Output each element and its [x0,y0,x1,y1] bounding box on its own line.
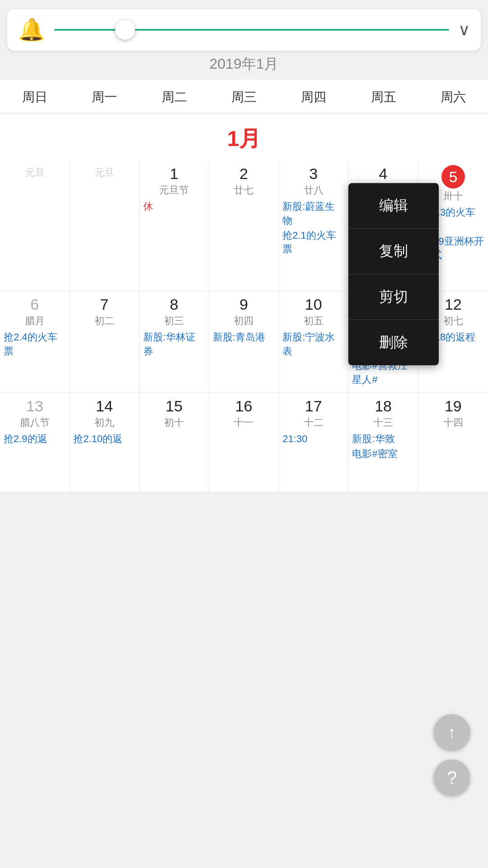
slider-container[interactable] [54,21,449,39]
cell-lunar: 初十 [143,416,205,429]
cell-lunar: 廿七 [213,184,275,197]
cell-event: 抢2.1的火车票 [282,229,344,257]
cell-date: 8 [143,296,205,313]
context-menu: 编辑 复制 剪切 删除 [348,183,439,365]
cell-date: 3 [282,165,344,183]
cell-date: 19 [422,397,484,415]
cal-cell-w2d3[interactable]: 9 初四 新股:青岛港 [209,291,279,393]
cell-date: 7 [73,296,135,313]
cell-lunar: 初四 [213,314,275,328]
cell-lunar: 腊月 [4,314,66,328]
slider-thumb[interactable] [115,20,135,40]
day-header-sat: 周六 [418,80,488,113]
cal-cell-w1d2[interactable]: 1 元旦节 休 [140,160,209,291]
month-label: 1月 [0,113,488,160]
cal-cell-w3d5[interactable]: 18 十三 新股:华致 电影#密室 [348,393,418,492]
cell-lunar: 廿八 [282,184,344,197]
cell-date: 1 [143,165,205,183]
cell-event: 抢2.4的火车票 [4,330,66,359]
cal-cell-w2d1[interactable]: 7 初二 [70,291,139,393]
cell-date: 2 [213,165,275,183]
cal-cell-w1d1[interactable]: 元旦 [70,160,139,291]
cell-event: 抢2.9的返 [4,432,66,446]
cal-cell-w3d2[interactable]: 15 初十 [140,393,209,492]
cell-lunar: 十四 [422,416,484,429]
cal-cell-w1d0[interactable]: 元旦 [0,160,70,291]
day-header-wed: 周三 [209,80,279,113]
day-header-mon: 周一 [70,80,139,113]
cell-event: 新股:华致 [352,432,414,446]
cell-lunar: 十二 [282,416,344,429]
cal-cell-w1d4[interactable]: 3 廿八 新股:蔚蓝生物 抢2.1的火车票 [279,160,348,291]
cell-event: 电影#密室 [352,447,414,461]
context-cut[interactable]: 剪切 [348,274,439,320]
slider-track [54,29,449,31]
day-header-tue: 周二 [140,80,209,113]
cell-date: 15 [143,397,205,415]
cell-event: 抢2.10的返 [73,432,135,446]
day-header-sun: 周日 [0,80,70,113]
cal-cell-w3d4[interactable]: 17 十二 21:30 [279,393,348,492]
cal-cell-w1d3[interactable]: 2 廿七 [209,160,279,291]
cell-lunar: 十一 [213,416,275,429]
cal-cell-w3d6[interactable]: 19 十四 [418,393,488,492]
cell-date: 6 [4,296,66,313]
cal-cell-w2d4[interactable]: 10 初五 新股:宁波水表 [279,291,348,393]
help-icon: ? [447,768,457,788]
bell-icon: 🔔 [18,17,45,42]
arrow-up-icon: ↑ [448,723,456,742]
notification-bar: 🔔 ∨ [7,9,481,51]
cell-lunar: 初九 [73,416,135,429]
calendar-grid: 元旦 元旦 1 元旦节 休 2 廿七 3 廿八 新股:蔚蓝生物 抢2.1的火车票… [0,160,488,492]
cal-cell-w1d5[interactable]: 4 廿九 新股:青岛银行 新股:苏州龙杰 抢2.2的火车票 编辑 复制 剪切 删… [348,160,418,291]
cell-date: 14 [73,397,135,415]
cell-lunar: 元旦节 [143,184,205,197]
day-headers: 周日 周一 周二 周三 周四 周五 周六 [0,80,488,113]
cell-event: 新股:青岛港 [213,330,275,344]
fab-scroll-up[interactable]: ↑ [434,714,470,750]
cell-lunar: 腊八节 [4,416,66,429]
fab-help[interactable]: ? [434,760,470,796]
cell-date: 9 [213,296,275,313]
cell-event: 21:30 [282,432,344,446]
cell-event: 新股:华林证券 [143,330,205,359]
cell-date: 16 [213,397,275,415]
day-header-fri: 周五 [348,80,418,113]
cell-lunar: 元旦 [73,166,135,179]
cal-cell-w2d0[interactable]: 6 腊月 抢2.4的火车票 [0,291,70,393]
cal-cell-w3d3[interactable]: 16 十一 [209,393,279,492]
cell-lunar: 初三 [143,314,205,328]
cell-lunar: 初二 [73,314,135,328]
cell-date: 18 [352,397,414,415]
cell-date: 10 [282,296,344,313]
context-copy[interactable]: 复制 [348,229,439,274]
dropdown-icon[interactable]: ∨ [458,20,470,39]
cal-cell-w2d2[interactable]: 8 初三 新股:华林证券 [140,291,209,393]
context-edit[interactable]: 编辑 [348,183,439,229]
cell-event: 新股:宁波水表 [282,330,344,359]
cell-date: 17 [282,397,344,415]
cell-date: 13 [4,397,66,415]
cell-lunar: 十三 [352,416,414,429]
calendar: 周日 周一 周二 周三 周四 周五 周六 1月 元旦 元旦 1 元旦节 休 2 … [0,80,488,492]
cal-cell-w3d1[interactable]: 14 初九 抢2.10的返 [70,393,139,492]
context-delete[interactable]: 删除 [348,320,439,365]
cal-cell-w3d0[interactable]: 13 腊八节 抢2.9的返 [0,393,70,492]
cell-date: 4 [352,165,414,183]
cell-event: 休 [143,200,205,214]
cell-lunar: 初五 [282,314,344,328]
cell-event: 新股:蔚蓝生物 [282,200,344,228]
cell-lunar: 元旦 [4,166,66,179]
year-label: 2019年1月 [0,54,488,80]
day-header-thu: 周四 [279,80,348,113]
